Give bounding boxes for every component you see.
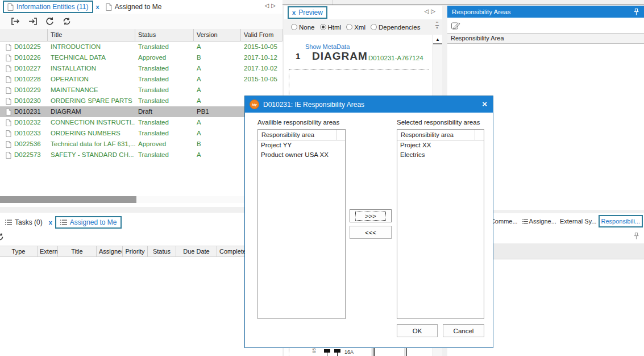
radio-option[interactable]: Xml	[346, 24, 365, 31]
tab-responsibilities[interactable]: Responsibili...	[599, 215, 643, 227]
row-id: D010231	[14, 106, 41, 117]
tab-assigned-to-me[interactable]: Assigned to Me	[102, 2, 165, 12]
tasks-toolbar	[0, 230, 282, 245]
row-id: D010227	[14, 63, 41, 74]
move-right-button[interactable]: >>>	[350, 209, 392, 222]
row-version: A	[194, 117, 241, 128]
tab-scroll-arrows[interactable]: ◁▷	[265, 2, 278, 9]
column-header[interactable]: Due Date	[176, 246, 217, 256]
move-left-button[interactable]: <<<	[350, 226, 392, 239]
scrollbar-thumb[interactable]	[0, 196, 136, 203]
cancel-button[interactable]: Cancel	[443, 324, 484, 337]
row-status: Translated	[135, 42, 194, 52]
close-tab-icon[interactable]: x	[292, 9, 296, 16]
pin-icon[interactable]	[633, 232, 639, 240]
column-header[interactable]	[0, 29, 48, 42]
row-id: D010225	[14, 42, 41, 52]
table-row[interactable]: D010231 DIAGRAM Draft PB1	[0, 106, 282, 117]
tab-scroll-arrows[interactable]: ◁▷	[425, 8, 438, 14]
row-title: MAINTENANCE	[48, 85, 135, 96]
row-valid-from: 2017-10-12	[241, 52, 282, 63]
tab-label: External Sy...	[560, 218, 597, 225]
available-areas-listbox[interactable]: Responsibility area Project YYProduct ow…	[257, 129, 346, 319]
column-header[interactable]: External No	[38, 246, 58, 256]
column-header-status[interactable]: Status	[135, 29, 194, 42]
column-header[interactable]: Priority	[123, 246, 148, 256]
column-header[interactable]: Assigned To	[97, 246, 123, 256]
table-row[interactable]: D010227 INSTALLATION Translated A 2017-1…	[0, 63, 282, 74]
available-areas-label: Availible responsibility areas	[257, 119, 339, 126]
tab-information-entities[interactable]: Information Entities (11)	[3, 1, 93, 13]
information-entities-panel: Information Entities (11) x Assigned to …	[0, 0, 282, 207]
table-row[interactable]: D010228 OPERATION Translated A 2015-10-0…	[0, 74, 282, 85]
table-row[interactable]: D010232 CONNECTION INSTRUCTI... Translat…	[0, 117, 282, 128]
row-id: D010233	[14, 128, 41, 139]
table-row[interactable]: D022536 Technical data for LAF 631,... A…	[0, 139, 282, 150]
row-status: Translated	[135, 150, 194, 160]
table-row[interactable]: D022573 SAFETY - STANDARD CH... Translat…	[0, 150, 282, 160]
table-row[interactable]: D010233 ORDERING NUMBERS Translated A	[0, 128, 282, 139]
horizontal-scrollbar[interactable]	[0, 196, 280, 203]
tab-preview[interactable]: x Preview	[288, 6, 327, 19]
close-tab-icon[interactable]: x	[46, 219, 55, 226]
file-icon	[6, 98, 11, 105]
table-row[interactable]: D010225 INTRODUCTION Translated A 2015-1…	[0, 42, 282, 52]
column-header-title[interactable]: Title	[48, 29, 135, 42]
radio-option[interactable]: Dependencies	[371, 24, 421, 31]
scroll-up-arrow[interactable]: ▲	[433, 35, 442, 44]
check-in-icon[interactable]	[27, 16, 38, 27]
radio-option[interactable]: Html	[320, 24, 342, 31]
check-out-icon[interactable]	[10, 16, 20, 27]
task-list-icon	[60, 220, 67, 225]
tab-tasks[interactable]: Tasks (0)	[1, 217, 46, 227]
listbox-column-header[interactable]: Responsibility area	[397, 130, 484, 140]
dialog-titlebar[interactable]: kty D010231: IE Responsibility Areas ×	[245, 96, 493, 113]
close-tab-icon[interactable]: x	[93, 3, 102, 10]
table-row[interactable]: D010226 TECHNICAL DATA Approved B 2017-1…	[0, 52, 282, 63]
column-header[interactable]: Title	[58, 246, 97, 256]
column-header-version[interactable]: Version	[194, 29, 241, 42]
tab-tasks-assigned-to-me[interactable]: Assigned to Me	[55, 216, 122, 229]
column-header[interactable]: Type	[0, 246, 38, 256]
pane-splitter-widget[interactable]: ▪▪▬▼	[434, 21, 441, 30]
document-heading-number: 1	[296, 51, 300, 61]
task-list-icon	[5, 220, 12, 225]
column-header[interactable]: Status	[148, 246, 176, 256]
preview-mode-radio-group: None Html Xml Dependencies	[284, 19, 442, 35]
dialog-close-icon[interactable]: ×	[482, 99, 487, 109]
tab-external-systems[interactable]: External Sy...	[558, 216, 599, 226]
table-row[interactable]: D010229 MAINTENANCE Translated A	[0, 85, 282, 96]
selected-areas-listbox[interactable]: Responsibility area Project XXElectrics	[397, 129, 484, 319]
tab-label: Comme...	[491, 218, 518, 225]
ok-button[interactable]: OK	[397, 324, 438, 337]
file-icon	[6, 130, 11, 137]
tab-assignments[interactable]: Assigne...	[520, 216, 558, 226]
list-item[interactable]: Project YY	[258, 140, 345, 150]
row-valid-from: 2017-10-02	[241, 63, 282, 74]
list-item[interactable]: Product owner USA XX	[258, 150, 345, 160]
file-icon	[7, 3, 14, 11]
refresh-icon[interactable]	[61, 16, 72, 27]
tab-label: Information Entities (11)	[16, 3, 89, 11]
ie-tabbar: Information Entities (11) x Assigned to …	[0, 0, 282, 14]
document-heading-title: DIAGRAM	[312, 50, 368, 63]
clipped-icon[interactable]	[0, 16, 3, 27]
move-left-label: <<<	[365, 229, 376, 236]
refresh-icon[interactable]	[0, 232, 5, 242]
list-item[interactable]: Electrics	[397, 150, 484, 160]
show-metadata-link[interactable]: Show MetaData	[305, 43, 350, 50]
tab-label: Preview	[298, 9, 323, 16]
document-reference: D010231-A767124	[368, 55, 423, 61]
column-header-valid-from[interactable]: Valid From	[241, 29, 282, 42]
radio-option[interactable]: None	[291, 24, 315, 31]
edit-icon[interactable]	[450, 20, 461, 31]
list-item[interactable]: Project XX	[397, 140, 484, 150]
tasks-tabbar: Tasks (0) x Assigned to Me	[0, 215, 122, 229]
undo-icon[interactable]	[44, 16, 55, 27]
row-title: SAFETY - STANDARD CH...	[48, 150, 135, 160]
table-row[interactable]: D010230 ORDERING SPARE PARTS Translated …	[0, 96, 282, 106]
pin-icon[interactable]	[633, 8, 639, 16]
file-icon	[6, 141, 11, 148]
list-column-header[interactable]: Responsibility Area	[447, 33, 644, 44]
listbox-column-header[interactable]: Responsibility area	[258, 130, 345, 140]
